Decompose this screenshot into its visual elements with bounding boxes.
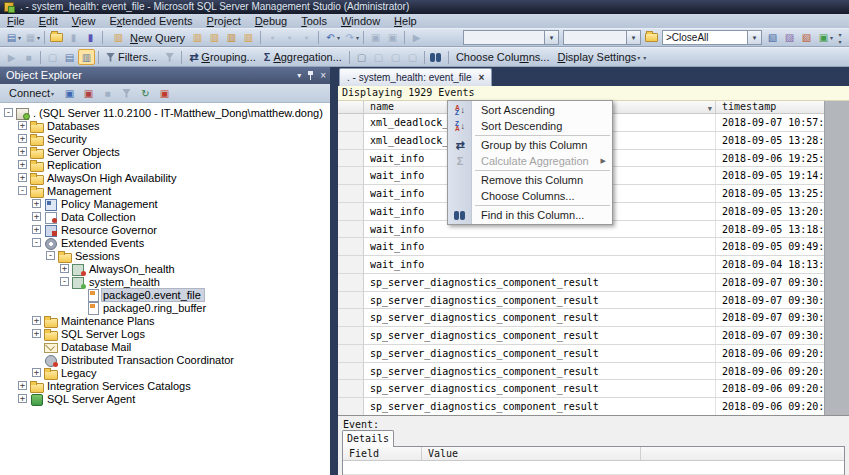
tree-item-resource-governor[interactable]: +Resource Governor [0, 223, 330, 236]
expand-icon[interactable]: + [18, 121, 27, 130]
menu-item-group-by-this-column[interactable]: ⇄Group by this Column [448, 137, 612, 153]
navigate-back-icon[interactable]: ▣ [367, 30, 384, 46]
open-file-icon[interactable] [643, 30, 660, 46]
vertical-scrollbar[interactable] [824, 101, 849, 415]
tree-item-data-collection[interactable]: +Data Collection [0, 210, 330, 223]
collapse-icon[interactable]: - [18, 186, 27, 195]
tree-item-replication[interactable]: +Replication [0, 158, 330, 171]
expand-icon[interactable]: + [18, 134, 27, 143]
tree-item-server-objects[interactable]: +Server Objects [0, 145, 330, 158]
menu-debug[interactable]: Debug [248, 14, 294, 28]
column-filter-icon[interactable]: ▼ [708, 103, 712, 115]
navigate-forward-icon[interactable]: ▣ [384, 30, 401, 46]
tree-item-sql-server-11-0-2100-it-matthew-dong-mat[interactable]: -. (SQL Server 11.0.2100 - IT-Matthew_Do… [0, 106, 330, 119]
tree-item-package0-event-file[interactable]: package0.event_file [0, 288, 330, 301]
column-header-field[interactable]: Field [343, 447, 422, 460]
object-explorer-titlebar[interactable]: Object Explorer ▾ × [0, 67, 330, 84]
clear-filters-icon[interactable] [161, 49, 178, 65]
new-project-icon[interactable]: ▨ [781, 30, 798, 46]
run-icon[interactable]: ▶ [408, 30, 425, 46]
collapse-icon[interactable]: - [46, 251, 55, 260]
watch-stop-icon[interactable]: ■ [20, 49, 37, 65]
tree-item-security[interactable]: +Security [0, 132, 330, 145]
display-settings-button[interactable]: Display Settings▾ [553, 49, 645, 66]
clear-pane-icon[interactable]: ▢ [44, 49, 61, 65]
tree-item-policy-management[interactable]: +Policy Management [0, 197, 330, 210]
save-all-icon[interactable]: ▮ [82, 30, 99, 46]
register-server-icon[interactable]: ▧ [764, 30, 781, 46]
solution-combo[interactable] [563, 30, 641, 45]
menu-project[interactable]: Project [200, 14, 248, 28]
tree-item-databases[interactable]: +Databases [0, 119, 330, 132]
aggregation-button[interactable]: ΣAggregation... [260, 49, 346, 66]
expand-icon[interactable]: + [18, 381, 27, 390]
expand-icon[interactable]: + [18, 173, 27, 182]
event-row[interactable]: sp_server_diagnostics_component_result20… [338, 309, 824, 327]
filters-button[interactable]: Filters... [102, 49, 161, 66]
tree-item-system-health[interactable]: -system_health [0, 275, 330, 288]
server-disconnect-icon[interactable]: ▣ [80, 85, 97, 101]
menu-item-sort-ascending[interactable]: AZ↓Sort Ascending [448, 102, 612, 118]
refresh-icon[interactable]: ↻ [137, 85, 154, 101]
tab-details[interactable]: Details [342, 430, 394, 447]
event-row[interactable]: wait_info2018-09-05 09:49:16.34... [338, 238, 824, 256]
add-item-icon[interactable]: ▦ [22, 30, 39, 46]
toolbar-overflow-icon[interactable]: ▾ [643, 54, 646, 61]
menu-help[interactable]: Help [387, 14, 424, 28]
event-row[interactable]: sp_server_diagnostics_component_result20… [338, 398, 824, 415]
tree-item-legacy[interactable]: +Legacy [0, 366, 330, 379]
expand-icon[interactable]: + [32, 199, 41, 208]
tree-item-sql-server-agent[interactable]: +SQL Server Agent [0, 392, 330, 405]
delete-server-icon[interactable]: ▣ [156, 85, 173, 101]
window-layout-4-icon[interactable]: ▢ [404, 49, 421, 65]
expand-icon[interactable]: + [32, 316, 41, 325]
event-row[interactable]: sp_server_diagnostics_component_result20… [338, 380, 824, 398]
panel-splitter[interactable] [330, 67, 338, 475]
tab-close-icon[interactable]: × [479, 73, 485, 83]
tree-item-alwayson-health[interactable]: +AlwaysOn_health [0, 262, 330, 275]
expand-icon[interactable]: + [32, 225, 41, 234]
expand-icon[interactable]: + [32, 329, 41, 338]
tree-item-sql-server-logs[interactable]: +SQL Server Logs [0, 327, 330, 340]
window-layout-1-icon[interactable]: ▢ [353, 49, 370, 65]
filter-icon[interactable] [118, 85, 135, 101]
tree-item-distributed-transaction-coordinator[interactable]: Distributed Transaction Coordinator [0, 353, 330, 366]
expand-icon[interactable]: + [18, 160, 27, 169]
tree-item-management[interactable]: -Management [0, 184, 330, 197]
menu-window[interactable]: Window [334, 14, 387, 28]
tree-item-database-mail[interactable]: Database Mail [0, 340, 330, 353]
tree-item-alwayson-high-availability[interactable]: +AlwaysOn High Availability [0, 171, 330, 184]
new-analysis-query-icon[interactable]: ▥ [206, 30, 223, 46]
close-all-combo[interactable]: >CloseAll [662, 30, 762, 45]
menu-item-find-in-this-column[interactable]: Find in this Column... [448, 207, 612, 223]
event-row[interactable]: sp_server_diagnostics_component_result20… [338, 274, 824, 292]
window-position-icon[interactable]: ▾ [297, 68, 301, 84]
paste-icon[interactable]: ▪ [298, 30, 315, 46]
merged-pane-icon[interactable]: ▥ [78, 49, 95, 65]
event-row[interactable]: wait_info2018-09-04 18:13:55.87... [338, 256, 824, 274]
collapse-icon[interactable]: - [4, 108, 13, 117]
menu-view[interactable]: View [65, 14, 103, 28]
new-query-icon[interactable]: ▥ [110, 30, 127, 46]
column-header-value[interactable]: Value [422, 447, 641, 460]
expand-icon[interactable]: + [60, 264, 69, 273]
new-mdx-query-icon[interactable]: ▥ [223, 30, 240, 46]
toolbar-overflow-icon[interactable]: ▾▾ [834, 30, 846, 46]
cut-icon[interactable]: ▪ [264, 30, 281, 46]
column-header-timestamp[interactable]: timestamp [716, 101, 824, 113]
event-row[interactable]: sp_server_diagnostics_component_result20… [338, 363, 824, 381]
details-pane-icon[interactable]: ▤ [61, 49, 78, 65]
close-icon[interactable]: × [320, 68, 326, 84]
chevron-down-icon[interactable]: ▾ [18, 34, 21, 41]
expand-icon[interactable]: + [18, 147, 27, 156]
tools-icon[interactable]: ▧ [798, 30, 815, 46]
event-row[interactable]: sp_server_diagnostics_component_result20… [338, 292, 824, 310]
tree-item-maintenance-plans[interactable]: +Maintenance Plans [0, 314, 330, 327]
menu-item-sort-descending[interactable]: ZA↓Sort Descending [448, 118, 612, 134]
choose-columns-button[interactable]: Choose Columns... [452, 49, 554, 66]
watch-run-icon[interactable]: ▶ [3, 49, 20, 65]
new-db-engine-query-icon[interactable]: ▥ [189, 30, 206, 46]
document-tab[interactable]: . - system_health: event_file × [339, 68, 492, 86]
server-connect-icon[interactable]: ▣ [61, 85, 78, 101]
chevron-down-icon[interactable]: ▾ [830, 34, 833, 41]
